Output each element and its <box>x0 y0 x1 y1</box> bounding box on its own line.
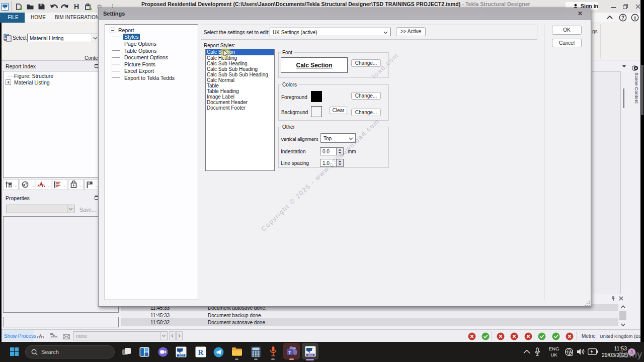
svg-text:i: i <box>634 15 635 21</box>
svg-text:R: R <box>198 348 204 356</box>
svg-text:2023: 2023 <box>179 354 184 357</box>
svg-text:2024: 2024 <box>308 354 313 356</box>
svg-text:T: T <box>288 350 291 355</box>
svg-text:?: ? <box>621 15 624 21</box>
